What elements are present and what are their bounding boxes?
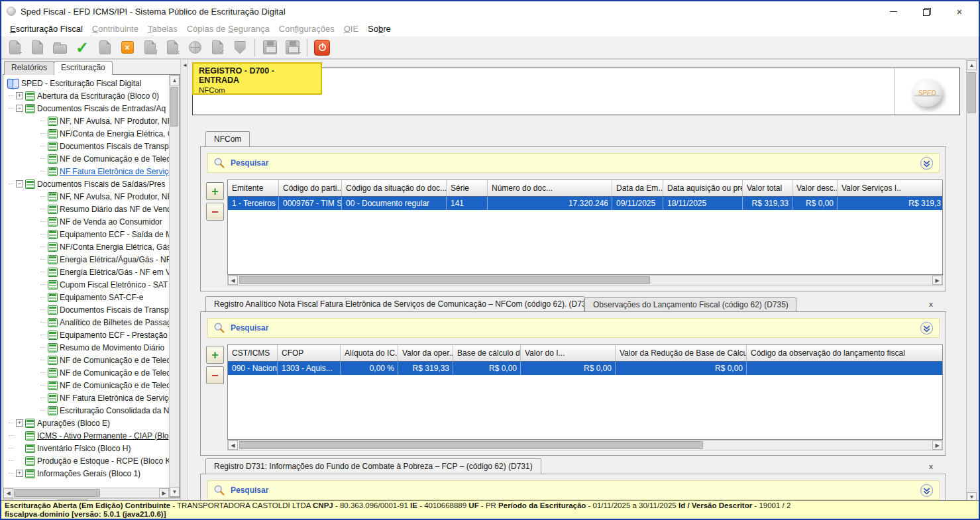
scroll-down-icon[interactable]: ▼ <box>170 487 180 497</box>
remove-row-button[interactable]: − <box>206 366 224 384</box>
scroll-left-icon[interactable]: ◀ <box>228 441 238 450</box>
tree-item-cupom-fiscal-eletronico-sat[interactable]: Cupom Fiscal Eletrônico - SAT <box>3 278 180 291</box>
table-hscroll-thumb[interactable] <box>239 441 703 449</box>
tree-item-equipamento-ecf-saida-de-mer[interactable]: Equipamento ECF - Saída de Mer <box>3 228 180 240</box>
toolbar-assinar-button[interactable]: ✓ <box>207 38 228 58</box>
column-emitente[interactable]: Emitente <box>228 180 279 196</box>
column-valor-da-reducao-de-base-de-ca[interactable]: Valor da Redução de Base de Cálcul... <box>616 345 747 361</box>
scroll-right-icon[interactable]: ▶ <box>932 276 942 285</box>
tree-item-energia-eletrica-agua-gas-nf-c[interactable]: Energia Elétrica/Água/Gás - NF c <box>3 253 180 266</box>
column-aliquota-do-ic[interactable]: Alíquota do IC... <box>341 345 398 361</box>
collapse-icon[interactable]: − <box>16 180 23 187</box>
table-horizontal-scrollbar[interactable]: ◀ ▶ <box>227 440 943 450</box>
tree-item-sped-escrituracao-fiscal-digital[interactable]: SPED - Escrituração Fiscal Digital <box>3 77 180 89</box>
column-valor-do-i[interactable]: Valor do I... <box>521 345 616 361</box>
menu-tabelas[interactable]: Tabelas <box>143 23 182 35</box>
toolbar-validar-escrituracao-button[interactable]: ✓ <box>72 38 93 58</box>
expand-chevron-icon[interactable] <box>920 156 934 170</box>
tree-item-documentos-fiscais-de-entradas-aq[interactable]: −Documentos Fiscais de Entradas/Aq <box>3 102 180 115</box>
tree-item-inventario-fisico-bloco-h[interactable]: Inventário Físico (Bloco H) <box>3 442 180 454</box>
column-codigo-da-observacao-do-lancam[interactable]: Código da observação do lançamento fisca… <box>747 345 943 361</box>
tree-item-equipamento-ecf-prestacao-de[interactable]: Equipamento ECF - Prestação de <box>3 329 180 341</box>
scroll-left-icon[interactable]: ◀ <box>228 276 238 285</box>
toolbar-importar-escrituracao-button[interactable]: ← <box>94 38 115 58</box>
tree-vertical-scrollbar[interactable]: ▲ ▼ <box>169 75 180 497</box>
toolbar-salvar-como-button[interactable]: + <box>282 38 303 58</box>
collapse-sidebar-icon[interactable]: ◄ <box>182 62 188 68</box>
tree-item-icms-ativo-permanente-ciap-blo[interactable]: ICMS - Ativo Permanente - CIAP (Blo <box>3 429 180 442</box>
toolbar-transmitir-button[interactable] <box>184 38 205 58</box>
scroll-right-icon[interactable]: ▶ <box>159 488 169 498</box>
column-codigo-da-situacao-do-doc[interactable]: Código da situação do doc... <box>342 180 447 196</box>
table-row[interactable]: 1 - Terceiros0009767 - TIM S A00 - Docum… <box>228 197 942 210</box>
menu-contribuinte[interactable]: Contribuinte <box>87 23 143 35</box>
close-button[interactable]: × <box>952 5 967 18</box>
menu-sobre[interactable]: Sobre <box>363 23 396 35</box>
tree-item-nf-fatura-eletronica-de-servicos[interactable]: NF Fatura Eletrônica de Serviços <box>3 391 180 404</box>
column-serie[interactable]: Série <box>447 180 488 196</box>
menu-escrituracao-fiscal[interactable]: Escrituração Fiscal <box>5 23 87 35</box>
toolbar-excluir-escrituracao-button[interactable]: × <box>162 38 183 58</box>
column-valor-da-oper[interactable]: Valor da oper... <box>398 345 453 361</box>
toolbar-nova-escrituracao-button[interactable]: + <box>4 38 25 58</box>
close-tab-icon[interactable]: x <box>928 463 934 470</box>
expand-chevron-icon[interactable] <box>920 321 934 335</box>
remove-row-button[interactable]: − <box>206 203 224 221</box>
table-row[interactable]: 090 - Nacion...1303 - Aquis...0,00 %R$ 3… <box>228 362 942 375</box>
column-valor-total[interactable]: Valor total <box>743 180 792 196</box>
scroll-left-icon[interactable]: ◀ <box>3 488 13 498</box>
tree-item-informacoes-gerais-bloco-1[interactable]: +Informações Gerais (Bloco 1) <box>3 467 180 480</box>
tree-item-nf-nf-avulsa-nf-produtor-nf[interactable]: NF, NF Avulsa, NF Produtor, NF- <box>3 115 180 127</box>
search-bar-d730[interactable]: Pesquisar <box>207 318 940 338</box>
expand-icon[interactable]: + <box>16 470 23 477</box>
tree-item-nf-de-comunicacao-e-de-teleco[interactable]: NF de Comunicação e de Teleco <box>3 379 180 391</box>
table-horizontal-scrollbar[interactable]: ◀ ▶ <box>227 275 943 286</box>
column-cst-icms[interactable]: CST/ICMS <box>228 345 278 361</box>
scroll-right-icon[interactable]: ▶ <box>932 441 942 450</box>
tab-d735[interactable]: Observações do Lançamento Fiscal (código… <box>584 297 796 311</box>
column-codigo-do-parti[interactable]: Código do parti... <box>279 180 342 196</box>
tree-item-abertura-da-escrituracao-bloco-0[interactable]: +Abertura da Escrituração (Bloco 0) <box>3 89 180 102</box>
collapse-icon[interactable]: − <box>16 105 23 112</box>
tree-item-analitico-de-bilhetes-de-passage[interactable]: Analítico de Bilhetes de Passage <box>3 316 180 329</box>
tree-item-energia-eletrica-gas-nf-em-via[interactable]: Energia Elétrica/Gás - NF em Via <box>3 266 180 278</box>
toolbar-fechar-escrituracao-button[interactable]: × <box>117 38 138 58</box>
column-valor-desc[interactable]: Valor desc... <box>792 180 838 196</box>
main-vertical-scrollbar[interactable]: ▲ ▼ <box>966 60 977 503</box>
add-row-button[interactable]: + <box>206 182 224 200</box>
main-vscroll-thumb[interactable] <box>967 72 976 113</box>
tab-escrituracao[interactable]: Escrituração <box>54 61 113 75</box>
column-numero-do-doc[interactable]: Número do doc... <box>488 180 612 196</box>
tree-item-equipamento-sat-cf-e[interactable]: Equipamento SAT-CF-e <box>3 291 180 303</box>
tree-item-nf-de-comunicacao-e-de-teleco[interactable]: NF de Comunicação e de Teleco <box>3 152 180 165</box>
toolbar-salvar-button[interactable] <box>259 38 280 58</box>
tree-item-escrituracao-consolidada-da-nf[interactable]: Escrituração Consolidada da NF <box>3 404 180 417</box>
tree-item-resumo-diario-das-nf-de-venda[interactable]: Resumo Diário das NF de Venda <box>3 203 180 215</box>
column-data-da-em[interactable]: Data da Em... <box>612 180 663 196</box>
tree-item-documentos-fiscais-de-transpo[interactable]: Documentos Fiscais de Transpo <box>3 140 180 152</box>
menu-copias-de-seguranca[interactable]: Cópias de Segurança <box>182 23 274 35</box>
toolbar-sair-button[interactable] <box>311 38 333 58</box>
search-bar-nfcom[interactable]: Pesquisar <box>207 153 940 173</box>
column-cfop[interactable]: CFOP <box>278 345 341 361</box>
expand-icon[interactable]: + <box>16 92 23 99</box>
close-tab-icon[interactable]: x <box>928 301 934 308</box>
tree-item-nf-de-comunicacao-e-de-teleco[interactable]: NF de Comunicação e de Teleco <box>3 366 180 379</box>
tree-item-nf-conta-de-energia-eletrica-ga[interactable]: NF/Conta de Energia Elétrica, Gá <box>3 127 180 140</box>
expand-chevron-icon[interactable] <box>920 484 934 497</box>
column-base-de-calculo-do[interactable]: Base de cálculo do... <box>453 345 521 361</box>
tree-item-nf-de-venda-ao-consumidor[interactable]: NF de Venda ao Consumidor <box>3 215 180 228</box>
tree-horizontal-scrollbar[interactable]: ◀ ▶ <box>3 488 170 498</box>
tab-d731[interactable]: Registro D731: Informações do Fundo de C… <box>205 458 541 474</box>
tree-item-nf-conta-energia-eletrica-gas-e[interactable]: NF/Conta Energia Elétrica, Gás e <box>3 240 180 253</box>
tree-item-nf-fatura-eletronica-de-servicos[interactable]: NF Fatura Eletrônica de Serviços <box>3 165 180 178</box>
menu-configuracoes[interactable]: Configurações <box>274 23 339 35</box>
toolbar-abrir-escrituracao-button[interactable]: → <box>27 38 48 58</box>
expand-icon[interactable]: + <box>16 419 23 427</box>
toolbar-abrir-pasta-button[interactable] <box>49 38 70 58</box>
scroll-up-icon[interactable]: ▲ <box>170 76 180 85</box>
minimize-button[interactable] <box>886 5 900 18</box>
tab-d730[interactable]: Registro Analítico Nota Fiscal Fatura El… <box>205 296 584 311</box>
tree-vscroll-thumb[interactable] <box>170 87 178 127</box>
table-hscroll-thumb[interactable] <box>239 276 650 284</box>
